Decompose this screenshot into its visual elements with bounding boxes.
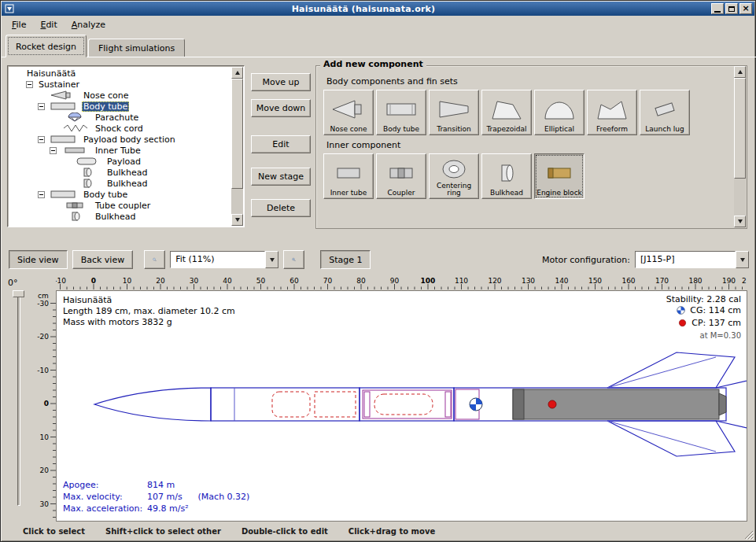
tree-item-parachute[interactable]: Parachute [9, 112, 230, 123]
tree-item-bulkhead[interactable]: Bulkhead [9, 211, 230, 222]
move-down-button[interactable]: Move down [251, 99, 311, 117]
svg-text:130: 130 [522, 277, 535, 285]
scroll-up-button[interactable] [231, 67, 243, 79]
title-bar[interactable]: Haisunäätä (haisunaata.ork) × [2, 2, 754, 16]
motor-configuration-select[interactable]: [J115-P] [635, 251, 749, 268]
add-elliptical-button[interactable]: Elliptical [534, 90, 585, 135]
tree-item-bulkhead[interactable]: Bulkhead [9, 167, 230, 178]
tree-item-haisun-t[interactable]: Haisunäätä [9, 68, 230, 79]
app-icon[interactable] [5, 4, 16, 13]
zoom-in-button[interactable] [283, 250, 304, 269]
bulkhead-icon [72, 179, 102, 188]
svg-text:cm: cm [38, 292, 49, 300]
zoom-select[interactable]: Fit (11%) [170, 251, 278, 268]
cp-marker [548, 400, 556, 408]
stability-info: Stability: 2.28 cal CG: 114 cm CP: 137 c… [666, 294, 741, 341]
svg-text:-10: -10 [37, 367, 49, 374]
nose-cone-shape[interactable] [94, 388, 211, 421]
add-component-panel: Add new component Body components and fi… [315, 59, 747, 229]
svg-text:-10: -10 [56, 277, 66, 285]
expander-icon[interactable] [38, 103, 45, 110]
menu-file[interactable]: File [5, 17, 33, 33]
add-transition-button[interactable]: Transition [429, 90, 479, 135]
add-component-title: Add new component [320, 59, 426, 69]
svg-text:110: 110 [455, 277, 468, 285]
tree-item-label: Bulkhead [105, 179, 149, 189]
rocket-mass: Mass with motors 3832 g [63, 317, 235, 328]
menu-edit[interactable]: Edit [33, 17, 64, 33]
window-title: Haisunäätä (haisunaata.ork) [16, 4, 711, 14]
innertube-icon [331, 156, 366, 190]
tree-item-sustainer[interactable]: Sustainer [9, 79, 230, 90]
close-button[interactable]: × [739, 3, 752, 14]
parachute-shape [272, 392, 310, 417]
maximize-button[interactable] [725, 3, 738, 14]
massive-component-shapes[interactable] [272, 392, 433, 417]
svg-text:90: 90 [390, 277, 400, 285]
expander-icon[interactable] [38, 191, 45, 198]
tree-item-nose-cone[interactable]: Nose cone [9, 90, 230, 101]
component-tree[interactable]: HaisunäätäSustainerNose coneBody tubePar… [9, 68, 230, 225]
bulkhead-icon [61, 212, 90, 221]
stage-1-toggle[interactable]: Stage 1 [320, 250, 371, 269]
stability-label: Stability: [666, 294, 704, 304]
edit-button[interactable]: Edit [251, 135, 311, 153]
tree-item-body-tube[interactable]: Body tube [9, 189, 230, 200]
move-up-button[interactable]: Move up [251, 73, 311, 91]
tree-item-payload[interactable]: Payload [9, 156, 230, 167]
tab-rocket-design[interactable]: Rocket design [6, 35, 87, 57]
menu-bar: FileEditAnalyze [2, 16, 754, 34]
delete-button[interactable]: Delete [251, 199, 311, 217]
add-panel-scrollbar[interactable] [734, 66, 746, 227]
motor-shape[interactable] [513, 389, 726, 419]
zoom-out-button[interactable] [144, 250, 165, 269]
payload-section-shape[interactable] [360, 388, 454, 421]
scroll-down-button[interactable] [231, 214, 243, 226]
innertube-icon [61, 146, 90, 155]
dropdown-arrow-icon[interactable] [265, 251, 278, 268]
expander-icon[interactable] [38, 136, 45, 143]
tree-scrollbar[interactable] [231, 67, 243, 226]
trapezoidal-icon [489, 92, 524, 126]
tab-flight-simulations[interactable]: Flight simulations [88, 39, 185, 57]
minimize-button[interactable] [711, 3, 724, 14]
tree-item-payload-body-section[interactable]: Payload body section [9, 134, 230, 145]
tree-item-shock-cord[interactable]: Shock cord [9, 123, 230, 134]
tab-strip: Rocket designFlight simulations [2, 34, 755, 57]
side-view-button[interactable]: Side view [9, 250, 68, 269]
scroll-down-button[interactable] [734, 216, 746, 227]
add-nose-cone-button[interactable]: Nose cone [323, 90, 374, 135]
add-engine-block-button[interactable]: Engine block [534, 153, 585, 199]
add-centering-ring-button[interactable]: Centering ring [429, 153, 479, 199]
tree-item-tube-coupler[interactable]: Tube coupler [9, 200, 230, 211]
forward-body-tube-shape[interactable] [211, 388, 360, 421]
add-launch-lug-button[interactable]: Launch lug [640, 90, 690, 135]
add-trapezoidal-button[interactable]: Trapezoidal [481, 90, 532, 135]
add-coupler-button[interactable]: Coupler [376, 153, 426, 199]
centeringring-icon [437, 156, 471, 183]
scrollbar-thumb[interactable] [734, 78, 746, 179]
svg-text:0: 0 [44, 400, 49, 407]
vertical-ruler: cm-30-20-100102030 [35, 290, 56, 522]
tree-item-bulkhead[interactable]: Bulkhead [9, 178, 230, 189]
back-view-button[interactable]: Back view [72, 250, 134, 269]
new-stage-button[interactable]: New stage [251, 168, 311, 186]
scrollbar-thumb[interactable] [231, 79, 243, 189]
add-body-tube-button[interactable]: Body tube [376, 90, 426, 135]
tree-item-body-tube[interactable]: Body tube [9, 101, 230, 112]
rocket-dimensions: Length 189 cm, max. diameter 10.2 cm [63, 306, 235, 317]
rotation-slider-track[interactable] [17, 293, 20, 506]
resize-grip[interactable] [743, 529, 754, 540]
expander-icon[interactable] [26, 81, 33, 88]
add-bulkhead-button[interactable]: Bulkhead [481, 153, 532, 199]
scroll-up-button[interactable] [734, 66, 746, 78]
horizontal-ruler: -100102030405060708090100110120130140150… [56, 276, 747, 290]
tree-item-inner-tube[interactable]: Inner Tube [9, 145, 230, 156]
rocket-canvas[interactable]: Haisunäätä Length 189 cm, max. diameter … [56, 290, 747, 522]
rotation-slider-handle[interactable] [13, 290, 24, 297]
dropdown-arrow-icon[interactable] [736, 251, 749, 268]
add-freeform-button[interactable]: Freeform [587, 90, 637, 135]
add-inner-tube-button[interactable]: Inner tube [323, 153, 374, 199]
expander-icon[interactable] [50, 147, 57, 154]
menu-analyze[interactable]: Analyze [65, 17, 112, 33]
